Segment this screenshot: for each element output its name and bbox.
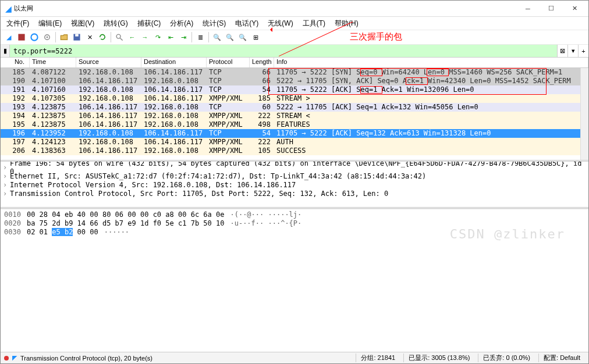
capture-file-icon: ◤ [12,354,17,362]
add-filter-button[interactable]: + [578,45,588,57]
stop-capture-button[interactable] [16,31,27,43]
col-no[interactable]: No. [1,58,30,67]
goto-last-button[interactable]: ⇥ [178,31,189,43]
titlebar: ◢ 以太网 ─ ☐ ✕ [1,1,588,17]
watermark: CSDN @zlinker [450,227,565,241]
packet-row[interactable]: 1974.124123192.168.0.108106.14.186.117XM… [1,138,588,147]
save-button[interactable] [71,31,83,43]
packet-row[interactable]: 1934.123875106.14.186.117192.168.0.108TC… [1,103,588,112]
packet-row[interactable]: 1964.123952192.168.0.108106.14.186.117TC… [1,129,588,138]
packet-row[interactable]: 1954.123875106.14.186.117192.168.0.108XM… [1,120,588,129]
menu-item[interactable]: 编辑(E) [35,17,65,30]
window-title: 以太网 [14,4,519,13]
menu-item[interactable]: 视图(V) [68,17,98,30]
clear-filter-button[interactable]: ⊠ [557,45,567,57]
svg-point-3 [47,37,48,38]
menu-item[interactable]: 统计(S) [199,17,229,30]
status-left: Transmission Control Protocol (tcp), 20 … [20,355,352,362]
annotation-arrow-head [268,27,272,32]
col-length[interactable]: Length [250,58,274,67]
bookmark-icon[interactable]: ▮ [1,45,10,57]
svg-rect-5 [75,34,79,36]
close-file-button[interactable]: ✕ [84,31,95,43]
minimize-button[interactable]: ─ [519,3,537,15]
menu-item[interactable]: 帮助(H) [331,17,362,30]
packet-bytes[interactable]: CSDN @zlinker 001000 28 04 eb 40 00 80 0… [1,209,588,313]
hex-row[interactable]: 001000 28 04 eb 40 00 80 06 00 00 c0 a8 … [4,210,585,219]
packet-row[interactable]: 2064.138363106.14.186.117192.168.0.108XM… [1,147,588,155]
jump-button[interactable]: ↷ [152,31,164,43]
col-destination[interactable]: Destination [141,58,207,67]
detail-row[interactable]: ›Frame 196: 54 bytes on wire (432 bits),… [1,163,588,172]
find-button[interactable] [113,31,125,43]
col-protocol[interactable]: Protocol [207,58,250,67]
annotation-label: 三次握手的包 [350,31,402,42]
menubar: 文件(F)编辑(E)视图(V)跳转(G)捕获(C)分析(A)统计(S)电话(Y)… [1,17,588,30]
goto-first-button[interactable]: ⇤ [165,31,176,43]
zoom-in-button[interactable]: 🔍 [211,31,223,43]
filter-dropdown-button[interactable]: ▾ [567,45,578,57]
packet-list-header: No. Time Source Destination Protocol Len… [1,58,588,68]
display-filter-input[interactable] [10,45,557,57]
forward-button[interactable]: → [139,31,151,43]
menu-item[interactable]: 电话(Y) [232,17,262,30]
maximize-button[interactable]: ☐ [542,3,560,15]
expert-info-icon[interactable] [4,356,9,361]
detail-row[interactable]: ›Transmission Control Protocol, Src Port… [1,189,588,198]
menu-item[interactable]: 工具(T) [299,17,329,30]
packet-row[interactable]: 1944.123875106.14.186.117192.168.0.108XM… [1,112,588,120]
status-profile[interactable]: 配置: Default [538,354,585,362]
menu-item[interactable]: 分析(A) [166,17,197,30]
open-button[interactable] [58,31,70,43]
reload-button[interactable] [97,31,108,43]
status-groups: 分组: 21841 [356,354,400,362]
app-icon: ◢ [5,4,12,13]
fin-icon[interactable]: ◢ [3,31,15,43]
toolbar: ◢ ✕ ← → ↷ ⇤ ⇥ ≣ 🔍 🔍 🔍 ⊞ 三次握手的包 [1,30,588,45]
svg-point-6 [116,34,120,38]
packet-row[interactable]: 1904.107100106.14.186.117192.168.0.108TC… [1,77,588,85]
svg-line-7 [120,38,122,40]
statusbar: ◤ Transmission Control Protocol (tcp), 2… [1,352,588,363]
menu-item[interactable]: 跳转(G) [100,17,131,30]
scrollbar[interactable] [580,68,588,160]
status-shown: 已显示: 3005 (13.8%) [403,354,474,362]
col-time[interactable]: Time [30,58,76,67]
menu-item[interactable]: 文件(F) [3,17,33,30]
status-dropped: 已丢弃: 0 (0.0%) [478,354,535,362]
svg-rect-0 [18,34,24,40]
options-button[interactable] [41,31,53,43]
filter-bar: ▮ ⊠ ▾ + [1,45,588,58]
packet-list[interactable]: 1854.087122192.168.0.108106.14.186.117TC… [1,68,588,160]
resize-columns-button[interactable]: ⊞ [250,31,261,43]
restart-capture-button[interactable] [29,31,40,43]
zoom-reset-button[interactable]: 🔍 [237,31,249,43]
packet-row[interactable]: 1854.087122192.168.0.108106.14.186.117TC… [1,68,588,77]
detail-row[interactable]: ›Internet Protocol Version 4, Src: 192.1… [1,180,588,189]
packet-row[interactable]: 1914.107160192.168.0.108106.14.186.117TC… [1,85,588,94]
menu-item[interactable]: 捕获(C) [134,17,165,30]
col-info[interactable]: Info [274,58,588,67]
svg-point-1 [31,34,37,40]
autoscroll-button[interactable]: ≣ [194,31,206,43]
close-button[interactable]: ✕ [565,3,584,15]
packet-details[interactable]: ›Frame 196: 54 bytes on wire (432 bits),… [1,162,588,207]
col-source[interactable]: Source [76,58,141,67]
back-button[interactable]: ← [126,31,138,43]
zoom-out-button[interactable]: 🔍 [224,31,236,43]
packet-row[interactable]: 1924.107305192.168.0.108106.14.186.117XM… [1,94,588,103]
